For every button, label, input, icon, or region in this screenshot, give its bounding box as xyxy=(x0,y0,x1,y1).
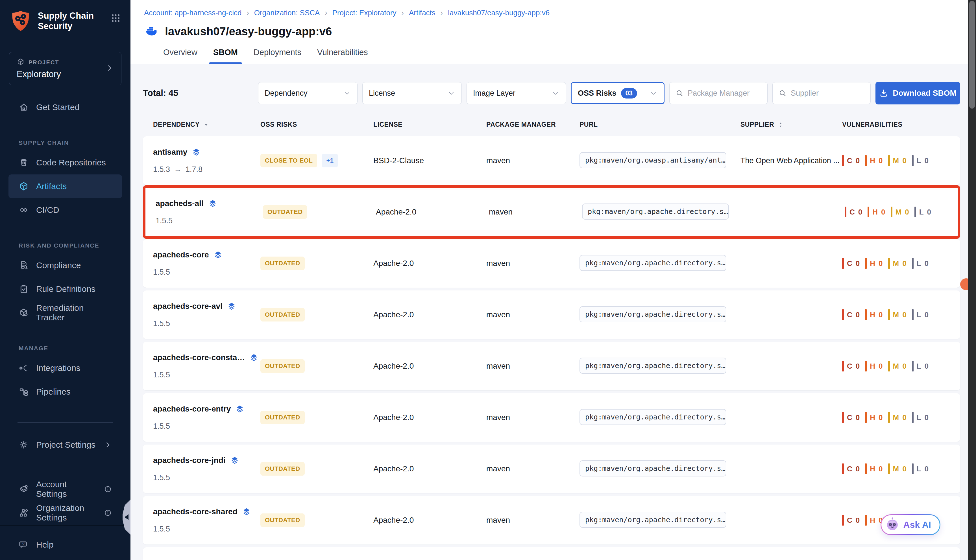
severity-letter: C xyxy=(847,362,853,371)
dependency-name[interactable]: apacheds-core xyxy=(153,250,209,259)
sidebar-item-get-started[interactable]: Get Started xyxy=(8,95,122,119)
severity-count: 0 xyxy=(856,516,860,525)
module-grid-icon[interactable] xyxy=(111,10,121,24)
severity-letter: C xyxy=(847,413,853,422)
severity-bar xyxy=(865,258,867,269)
download-sbom-button[interactable]: Download SBOM xyxy=(876,82,960,105)
filter-dropdown-dependency[interactable]: Dependency xyxy=(258,82,357,104)
package-manager-cell: maven xyxy=(486,413,579,422)
risk-badge--1[interactable]: +1 xyxy=(322,154,338,167)
dependency-name[interactable]: apacheds-core-jndi xyxy=(153,456,226,465)
breadcrumb-link[interactable]: Artifacts xyxy=(409,8,435,17)
severity-bar xyxy=(912,412,914,423)
sidebar-item-code-repositories[interactable]: Code Repositories xyxy=(8,151,122,175)
dependency-name[interactable]: apacheds-core-avl xyxy=(153,302,222,311)
package-manager-cell: maven xyxy=(489,207,582,217)
dependency-name[interactable]: apacheds-core-shared xyxy=(153,507,237,516)
purl-pill[interactable]: pkg:maven/org.apache.directory.s… xyxy=(579,306,726,322)
sidebar-item-user[interactable]: L Lavakush xyxy=(8,557,122,560)
table-row-apacheds-core-entry[interactable]: apacheds-core-entry1.5.5OUTDATEDApache-2… xyxy=(143,393,960,442)
scrollbar-thumb[interactable] xyxy=(969,1,975,109)
breadcrumb-separator: › xyxy=(325,9,327,17)
purl-cell: pkg:maven/org.apache.directory.s… xyxy=(579,512,741,529)
purl-pill[interactable]: pkg:maven/org.apache.directory.s… xyxy=(579,255,726,271)
sidebar-item-ci-cd[interactable]: CI/CD xyxy=(8,198,122,222)
breadcrumb-link[interactable]: Account: app-harness-ng-cicd xyxy=(144,8,242,17)
ask-ai-button[interactable]: Ask AI xyxy=(881,514,941,535)
sidebar-item-artifacts[interactable]: Artifacts xyxy=(8,175,122,198)
sidebar-item-compliance[interactable]: Compliance xyxy=(8,253,122,277)
version-current: 1.5.5 xyxy=(153,525,170,533)
project-selector[interactable]: PROJECT Exploratory xyxy=(9,52,122,85)
table-row-apacheds-core-shared[interactable]: apacheds-core-shared1.5.5OUTDATEDApache-… xyxy=(143,496,960,545)
severity-bar xyxy=(842,515,844,525)
vuln-count-l: L0 xyxy=(914,207,931,217)
table-row-apacheds-core-jndi[interactable]: apacheds-core-jndi1.5.5OUTDATEDApache-2.… xyxy=(143,445,960,493)
vuln-count-h: H0 xyxy=(865,258,883,269)
sidebar-item-account-settings[interactable]: Account Settings xyxy=(8,477,122,501)
infinity-icon xyxy=(18,205,29,215)
breadcrumb-separator: › xyxy=(440,9,443,17)
dependency-name[interactable]: apacheds-core-consta… xyxy=(153,353,245,362)
filter-dropdown-license[interactable]: License xyxy=(362,82,462,104)
breadcrumb-link[interactable]: Project: Exploratory xyxy=(332,8,397,17)
severity-count: 0 xyxy=(902,310,906,319)
sidebar-item-project-settings[interactable]: Project Settings xyxy=(8,433,122,457)
app-root: Supply Chain Security PROJECT Explorator… xyxy=(0,0,976,560)
sidebar-item-pipelines[interactable]: Pipelines xyxy=(8,380,122,403)
table-row-apacheds-core-avl[interactable]: apacheds-core-avl1.5.5OUTDATEDApache-2.0… xyxy=(143,290,960,339)
dependency-name[interactable]: apacheds-interceptor-… xyxy=(153,558,244,560)
search-input-supplier[interactable] xyxy=(791,89,865,98)
purl-pill[interactable]: pkg:maven/org.apache.directory.s… xyxy=(579,409,726,425)
severity-letter: H xyxy=(870,516,876,525)
dependency-name[interactable]: apacheds-core-entry xyxy=(153,405,231,413)
tab-sbom[interactable]: SBOM xyxy=(213,48,238,64)
severity-bar xyxy=(914,207,916,217)
severity-count: 0 xyxy=(879,465,883,473)
svg-text:?: ? xyxy=(22,542,25,546)
table-row-apacheds-all[interactable]: apacheds-all1.5.5OUTDATEDApache-2.0maven… xyxy=(143,185,960,239)
filter-dropdown-image-layer[interactable]: Image Layer xyxy=(467,82,566,104)
purl-pill[interactable]: pkg:maven/org.apache.directory.s… xyxy=(582,203,729,220)
dependency-name[interactable]: antisamy xyxy=(153,148,187,157)
severity-bar xyxy=(845,207,846,217)
table-row-apacheds-core-consta-[interactable]: apacheds-core-consta…1.5.5OUTDATEDApache… xyxy=(143,342,960,390)
tab-vulnerabilities[interactable]: Vulnerabilities xyxy=(317,48,368,64)
vuln-count-m: M0 xyxy=(888,361,907,372)
severity-letter: M xyxy=(893,157,899,165)
table-row-apacheds-interceptor-[interactable]: apacheds-interceptor-…1.5.5OUTDATEDApach… xyxy=(143,547,960,560)
table-row-apacheds-core[interactable]: apacheds-core1.5.5OUTDATEDApache-2.0mave… xyxy=(143,239,960,288)
sort-icon xyxy=(777,122,784,128)
sidebar-item-organization-settings[interactable]: Organization Settings xyxy=(8,501,122,525)
purl-pill[interactable]: pkg:maven/org.apache.directory.s… xyxy=(579,358,726,374)
sidebar-item-label: Remediation Tracker xyxy=(36,303,112,322)
vuln-count-h: H0 xyxy=(865,155,883,166)
sidebar-item-remediation-tracker[interactable]: Remediation Tracker xyxy=(8,301,122,325)
layers-icon xyxy=(230,456,239,465)
version-current: 1.5.5 xyxy=(153,473,170,482)
vuln-count-m: M0 xyxy=(888,463,907,474)
download-sbom-label: Download SBOM xyxy=(893,88,956,98)
sidebar-item-help[interactable]: ? Help xyxy=(8,533,122,557)
table-row-antisamy[interactable]: antisamy1.5.3→1.7.8CLOSE TO EOL+1BSD-2-C… xyxy=(143,136,960,185)
filter-dropdown-oss-risks[interactable]: OSS Risks03 xyxy=(571,82,664,104)
page-scrollbar[interactable] xyxy=(968,0,976,560)
pipelines-icon xyxy=(18,387,29,397)
severity-bar xyxy=(888,412,890,423)
breadcrumb-link[interactable]: lavakush07/easy-buggy-app:v6 xyxy=(448,8,550,17)
dependency-name[interactable]: apacheds-all xyxy=(155,199,204,208)
tab-deployments[interactable]: Deployments xyxy=(254,48,301,64)
column-header-supplier[interactable]: SUPPLIER xyxy=(741,121,842,128)
purl-pill[interactable]: pkg:maven/org.apache.directory.s… xyxy=(579,460,726,477)
breadcrumb-link[interactable]: Organization: SSCA xyxy=(254,8,320,17)
version-current: 1.5.5 xyxy=(153,319,170,328)
tab-overview[interactable]: Overview xyxy=(163,48,197,64)
sidebar-item-integrations[interactable]: Integrations xyxy=(8,356,122,380)
column-header-dependency[interactable]: DEPENDENCY xyxy=(153,121,260,128)
sidebar-item-rule-definitions[interactable]: Rule Definitions xyxy=(8,277,122,301)
search-input-package-manager[interactable] xyxy=(687,89,762,98)
purl-pill[interactable]: pkg:maven/org.apache.directory.s… xyxy=(579,512,726,528)
oss-risks-cell: OUTDATED xyxy=(260,308,373,322)
purl-pill[interactable]: pkg:maven/org.owasp.antisamy/ant… xyxy=(579,152,726,168)
vuln-count-m: M0 xyxy=(888,309,907,320)
